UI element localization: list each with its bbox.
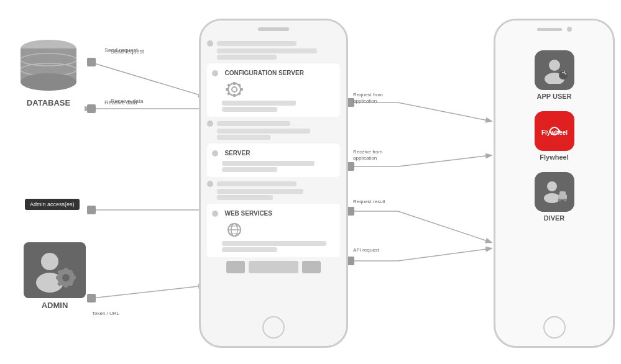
server-bar2 [222, 167, 277, 172]
svg-line-5 [398, 155, 491, 166]
svg-rect-64 [559, 191, 566, 195]
server-section: SERVER [207, 143, 340, 177]
svg-point-62 [544, 193, 560, 203]
admin-label: ADMIN [17, 301, 92, 310]
svg-rect-15 [87, 58, 96, 66]
token-url-label: Token / URL [92, 311, 119, 316]
phone-speaker [258, 27, 289, 31]
admin-access-label: Admin access(es) [25, 199, 80, 210]
config-dot [212, 70, 218, 76]
svg-rect-16 [87, 104, 96, 113]
server-phone: CONFIGURATION SERVER [199, 19, 348, 348]
server-dot [212, 150, 218, 157]
svg-rect-46 [227, 83, 231, 87]
config-gear-icon [224, 81, 244, 98]
admin-icon [24, 242, 86, 298]
diagram-container: Send request Receive data Request fromap… [0, 0, 621, 364]
svg-rect-35 [71, 276, 76, 280]
svg-rect-17 [87, 206, 96, 214]
svg-point-61 [547, 181, 557, 191]
config-bar2 [222, 107, 277, 112]
webservices-bar2 [222, 247, 277, 252]
svg-line-7 [398, 211, 491, 242]
mobile-phone: APP USER Flywheel Flywheel [494, 19, 615, 348]
driver-label: DIVER [544, 214, 565, 222]
database-icon [14, 37, 83, 93]
server-bar1 [222, 161, 315, 166]
flywheel-item: Flywheel Flywheel [504, 111, 604, 161]
svg-rect-48 [227, 92, 231, 96]
app-user-item: APP USER [504, 50, 604, 100]
database-component: DATABASE [11, 37, 86, 107]
webservices-bar1 [222, 241, 326, 246]
svg-line-11 [92, 286, 204, 298]
app-user-icon [535, 50, 574, 90]
webservices-dot [212, 211, 218, 217]
flywheel-icon: Flywheel [535, 111, 574, 151]
svg-rect-43 [233, 94, 236, 97]
svg-point-66 [563, 199, 566, 202]
svg-rect-32 [64, 268, 68, 273]
svg-point-55 [549, 60, 560, 71]
flywheel-label: Flywheel [540, 153, 568, 161]
phone-content: CONFIGURATION SERVER [201, 40, 346, 316]
phone-top-bar [201, 20, 346, 38]
receive-from-label: Receive fromapplication [353, 149, 382, 162]
request-from-label: Request fromapplication [353, 92, 383, 105]
config-server-section: CONFIGURATION SERVER [207, 63, 340, 117]
mobile-home-button [543, 316, 566, 339]
webservices-title: WEB SERVICES [224, 210, 272, 217]
svg-line-3 [398, 102, 491, 121]
svg-point-41 [232, 87, 237, 92]
web-globe-icon [224, 221, 244, 239]
mobile-top-bar [495, 20, 613, 38]
request-result-label: Request result [353, 199, 385, 204]
phone-home-button [262, 316, 285, 339]
svg-line-9 [398, 248, 491, 261]
web-services-section: WEB SERVICES [207, 204, 340, 257]
svg-rect-44 [226, 88, 229, 91]
svg-point-27 [21, 73, 76, 91]
svg-rect-33 [64, 283, 68, 288]
recv-data-label: Receive data [104, 99, 137, 106]
svg-point-31 [62, 274, 70, 281]
svg-point-65 [558, 199, 561, 202]
svg-rect-42 [233, 82, 236, 85]
driver-icon [535, 172, 574, 212]
app-user-label: APP USER [536, 93, 571, 100]
mobile-content: APP USER Flywheel Flywheel [495, 44, 613, 228]
send-req-label: Send request [104, 47, 138, 53]
driver-item: DIVER [504, 172, 604, 222]
mobile-camera [567, 27, 572, 32]
config-bar1 [222, 101, 296, 106]
svg-point-57 [559, 71, 568, 80]
svg-rect-45 [240, 88, 243, 91]
svg-point-28 [41, 253, 58, 270]
admin-component: ADMIN [17, 242, 92, 310]
svg-rect-34 [56, 276, 61, 280]
database-label: DATABASE [11, 98, 86, 107]
api-request-label: API request [353, 247, 379, 253]
config-title: CONFIGURATION SERVER [224, 70, 303, 76]
svg-line-0 [90, 62, 204, 96]
mobile-speaker [537, 28, 562, 31]
server-title: SERVER [224, 150, 250, 157]
